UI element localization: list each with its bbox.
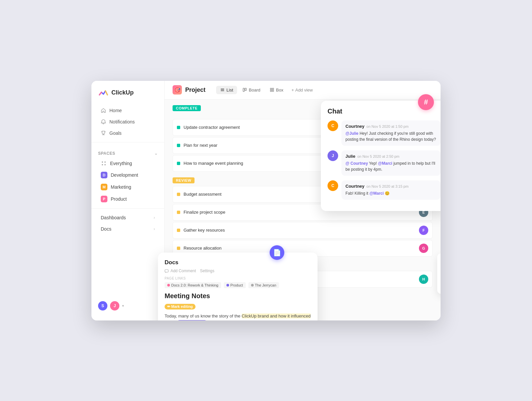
complete-label: COMPLETE (173, 105, 201, 111)
view-tabs: List Board Box + Add view (216, 86, 316, 94)
add-view-button[interactable]: + Add view (289, 86, 315, 94)
dashboards-label: Dashboards (101, 215, 126, 220)
avatar-user2[interactable]: J (110, 301, 119, 310)
mark-editing-btn[interactable]: ✏ Mark editing (165, 303, 311, 311)
product-badge: P (101, 196, 107, 202)
mention: @Julie (345, 131, 358, 136)
sidebar-item-home[interactable]: Home (94, 105, 162, 116)
svg-rect-8 (245, 88, 246, 91)
app-name: ClickUp (111, 89, 134, 96)
settings-action[interactable]: Settings (200, 269, 214, 273)
logo: ClickUp (91, 88, 164, 105)
home-icon (101, 108, 106, 113)
chat-message: J Julie on Nov 5 2020 at 2:50 pm @ Court… (328, 150, 441, 176)
assignee-avatar: H (419, 275, 428, 284)
docs-actions: Add Comment Settings (165, 269, 311, 273)
chat-avatar: C (328, 120, 338, 131)
assignee-avatar: G (419, 244, 428, 253)
docs-label: Docs (101, 226, 111, 232)
project-name: Project (185, 87, 205, 94)
plus-icon: + (291, 88, 294, 93)
docs-body: Today, many of us know the story of the … (165, 313, 311, 320)
project-title: 🎯 Project (173, 85, 205, 95)
docs-links: Docs 2.0: Rework & Thinking Product The … (165, 282, 311, 288)
box-icon (270, 88, 274, 92)
page-links-label: PAGE LINKS (165, 277, 311, 280)
sidebar: ClickUp Home Notifications Goals Spaces (91, 81, 165, 320)
chat-author: Courtney (345, 124, 364, 129)
home-label: Home (109, 108, 122, 113)
task-row[interactable]: Gather key resources F (173, 222, 433, 239)
mark-editing-badge: ✏ Mark editing (165, 304, 196, 309)
chat-panel: # Chat C Courtney on Nov 5 2020 at 1:50 … (321, 101, 441, 211)
avatar-user1[interactable]: S (98, 301, 107, 310)
svg-point-0 (102, 161, 103, 163)
chat-author: Julie (345, 154, 355, 159)
doc-link-label: Product (230, 283, 243, 287)
box-tab-label: Box (276, 88, 283, 93)
spaces-section-header: Spaces ⌄ (91, 146, 164, 158)
sidebar-item-everything[interactable]: Everything (94, 158, 162, 169)
svg-rect-7 (243, 88, 244, 92)
dashboards-chevron-icon: › (154, 215, 155, 220)
sidebar-divider-2 (91, 208, 164, 209)
task-status-dot (177, 229, 180, 232)
sidebar-item-development[interactable]: D Development (94, 169, 162, 181)
chat-meta: Courtney on Nov 5 2020 at 1:50 pm (345, 124, 437, 129)
project-icon: 🎯 (173, 85, 182, 95)
chat-bubble: Courtney on Nov 5 2020 at 1:50 pm @Julie… (341, 120, 441, 146)
mention: @Marci (369, 191, 384, 196)
chat-bubble: Julie on Nov 5 2020 at 2:50 pm @ Courtne… (341, 150, 441, 176)
app-container: ClickUp Home Notifications Goals Spaces (91, 81, 441, 320)
tab-list[interactable]: List (216, 86, 237, 94)
doc-link-dot (251, 284, 254, 287)
chat-message: C Courtney on Nov 5 2020 at 3:15 pm Fab!… (328, 180, 441, 200)
doc-link[interactable]: The Jerrycan (248, 282, 279, 288)
chat-time: on Nov 5 2020 at 2:50 pm (357, 154, 400, 158)
user-menu-arrow[interactable]: ▾ (122, 303, 124, 308)
sidebar-item-goals[interactable]: Goals (94, 128, 162, 138)
doc-link-dot (167, 284, 170, 287)
task-status-dot (177, 162, 180, 165)
board-icon (242, 88, 247, 92)
doc-link-dot (226, 284, 229, 287)
chat-meta: Julie on Nov 5 2020 at 2:50 pm (345, 154, 437, 159)
sidebar-item-dashboards[interactable]: Dashboards › (94, 212, 162, 223)
svg-rect-13 (165, 270, 168, 272)
chat-text: @Julie Hey! Just checking if you're stil… (345, 130, 437, 142)
doc-link[interactable]: Docs 2.0: Rework & Thinking (165, 282, 221, 288)
spaces-chevron-icon[interactable]: ⌄ (154, 151, 158, 156)
marketing-badge: M (101, 184, 107, 190)
chat-time: on Nov 5 2020 at 1:50 pm (366, 124, 409, 128)
main-header: 🎯 Project List Board (165, 81, 441, 100)
svg-point-3 (104, 164, 106, 165)
chat-meta: Courtney on Nov 5 2020 at 3:15 pm (345, 184, 437, 189)
task-status-dot (177, 193, 180, 196)
docs-chevron-icon: › (154, 227, 155, 231)
tags-panel: 📅 PLANNING ⚑ 📅 EXECUTION ⚑ 📅 EXECUTION ⚑ (437, 253, 441, 294)
chat-hash-button[interactable]: # (418, 94, 434, 110)
sidebar-divider (91, 142, 164, 142)
task-status-dot (177, 211, 180, 214)
sidebar-item-product[interactable]: P Product (94, 193, 162, 205)
sidebar-item-docs[interactable]: Docs › (94, 224, 162, 234)
docs-icon-button[interactable]: 📄 (270, 245, 284, 260)
svg-rect-11 (270, 90, 272, 92)
review-label: REVIEW (173, 177, 195, 183)
assignee-avatar: F (419, 226, 428, 235)
doc-link[interactable]: Product (224, 282, 246, 288)
sidebar-item-notifications[interactable]: Notifications (94, 116, 162, 127)
add-view-label: Add view (295, 88, 313, 93)
svg-rect-9 (270, 88, 272, 90)
jenny-editing-badge: ✏ Jenny editing (176, 320, 208, 320)
trophy-icon (101, 130, 106, 136)
tab-board[interactable]: Board (238, 86, 264, 94)
sidebar-item-marketing[interactable]: M Marketing (94, 181, 162, 193)
everything-label: Everything (110, 161, 132, 166)
add-comment-action[interactable]: Add Comment (165, 269, 196, 273)
doc-link-label: The Jerrycan (255, 283, 276, 287)
task-status-dot (177, 247, 180, 250)
tab-box[interactable]: Box (266, 86, 287, 94)
grid-icon (101, 160, 107, 166)
hash-symbol: # (424, 98, 428, 106)
